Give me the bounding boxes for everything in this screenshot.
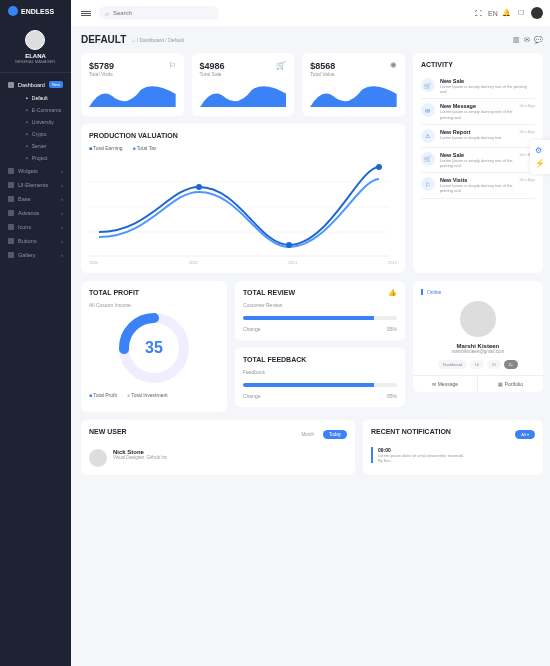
activity-item[interactable]: ⚐New VisitsLorem Ipsum is simply dummy t… (421, 173, 535, 198)
avatar[interactable] (25, 30, 45, 50)
activity-item[interactable]: 🛒New SaleLorem Ipsum is simply dummy tex… (421, 74, 535, 99)
brand-logo[interactable]: ENDLESS (0, 0, 71, 22)
logo-icon (8, 6, 18, 16)
notification-card: RECENT NOTIFICATIONAll ▾ 09:00Lorem ipsu… (363, 420, 543, 475)
activity-icon: ⚠ (421, 129, 435, 143)
chevron-right-icon: › (61, 168, 63, 174)
lang-select[interactable]: EN (489, 9, 497, 17)
nav-buttons[interactable]: Buttons› (0, 234, 71, 248)
ui-icon (8, 182, 14, 188)
chip-xi[interactable]: Xi (487, 360, 501, 369)
gallery-icon (8, 252, 14, 258)
page-title: DEFAULT (81, 34, 126, 45)
chip-ui[interactable]: Ui (470, 360, 484, 369)
nav-label: Dashboard (18, 82, 45, 88)
topbar: ⌕ ⛶ EN 🔔 ☐ (71, 0, 550, 26)
gear-icon[interactable]: ⚙ (533, 144, 547, 157)
svg-point-4 (196, 184, 202, 190)
profile-role: General Manager. (4, 59, 67, 64)
widgets-icon (8, 168, 14, 174)
tab-today[interactable]: Today (323, 430, 347, 439)
activity-icon: ✉ (421, 103, 435, 117)
nav-ui[interactable]: UI-Elements› (0, 178, 71, 192)
activity-icon: 🛒 (421, 152, 435, 166)
brand-text: ENDLESS (21, 8, 54, 15)
bookmark-icon[interactable]: ☐ (517, 9, 525, 17)
search-input[interactable] (113, 10, 213, 16)
activity-card: ACTIVITY 🛒New SaleLorem Ipsum is simply … (413, 53, 543, 273)
activity-item[interactable]: 🛒New SaleLorem Ipsum is simply dummy tex… (421, 148, 535, 173)
badge-new: New (49, 81, 63, 88)
stat-value: $8568Total Value✺ (302, 53, 405, 116)
buttons-icon (8, 238, 14, 244)
nav-dashboard[interactable]: DashboardNew (0, 77, 71, 92)
search-icon: ⌕ (105, 10, 109, 17)
stat-sale: $4986Total Sale🛒 (192, 53, 295, 116)
chevron-right-icon: › (61, 224, 63, 230)
profit-value: 35 (145, 339, 163, 357)
user-avatar[interactable] (531, 7, 543, 19)
profile-block: ELANA General Manager. (0, 22, 71, 73)
mail-icon[interactable]: ✉ (524, 36, 530, 44)
chevron-right-icon: › (61, 196, 63, 202)
review-card: TOTAL REVIEWCustomer Review👍 Change95% (235, 281, 405, 340)
subnav-university[interactable]: • University (18, 116, 71, 128)
sun-icon: ✺ (390, 61, 397, 70)
chevron-right-icon: › (61, 182, 63, 188)
menu-toggle[interactable] (81, 11, 91, 16)
nav-gallery[interactable]: Gallery› (0, 248, 71, 262)
subnav-ecommerce[interactable]: • E-Commerce (18, 104, 71, 116)
chevron-right-icon: › (61, 238, 63, 244)
portfolio-button[interactable]: ▦ Portfolio (478, 376, 543, 392)
search-box[interactable]: ⌕ (99, 6, 219, 20)
production-chart (89, 157, 389, 257)
bell-icon[interactable]: 🔔 (503, 9, 511, 17)
plug-icon[interactable]: ⚡ (533, 157, 547, 170)
fullscreen-icon[interactable]: ⛶ (475, 9, 483, 17)
production-card: PRODUCTION VALUATION Total EarningTotal … (81, 124, 405, 273)
feedback-card: TOTAL FEEDBACKFeedback Change95% (235, 348, 405, 407)
subnav-crypto[interactable]: • Crypto (18, 128, 71, 140)
newuser-card: NEW USERMonthToday Nick StoneVisual Desi… (81, 420, 355, 475)
stat-visits: $5789Total Visits⚐ (81, 53, 184, 116)
status-online: Online (421, 289, 535, 295)
advance-icon (8, 210, 14, 216)
svg-point-6 (376, 164, 382, 170)
tag-icon: ⚐ (169, 61, 176, 70)
cart-icon: 🛒 (276, 61, 286, 70)
activity-icon: ⚐ (421, 177, 435, 191)
base-icon (8, 196, 14, 202)
breadcrumb: ⌂ / Dashboard / Default (132, 37, 184, 43)
bookmark-icon[interactable]: ▥ (513, 36, 520, 44)
notif-filter[interactable]: All ▾ (515, 430, 535, 439)
nav-base[interactable]: Base› (0, 192, 71, 206)
subnav-server[interactable]: • Server (18, 140, 71, 152)
svg-point-5 (286, 242, 292, 248)
tab-month[interactable]: Month (295, 430, 320, 439)
thumbs-up-icon: 👍 (388, 289, 397, 297)
dashboard-icon (8, 82, 14, 88)
chevron-right-icon: › (61, 210, 63, 216)
user-photo (460, 301, 496, 337)
activity-item[interactable]: ✉New MessageLorem Ipsum is simply dummy … (421, 99, 535, 124)
profit-card: TOTAL PROFIT All Custom Income 35 Total … (81, 281, 227, 412)
icons-icon (8, 224, 14, 230)
newuser-avatar (89, 449, 107, 467)
nav-advance[interactable]: Advance› (0, 206, 71, 220)
chat-icon[interactable]: 💬 (534, 36, 543, 44)
activity-icon: 🛒 (421, 78, 435, 92)
chip-more[interactable]: 2+ (504, 360, 519, 369)
message-button[interactable]: ✉ Message (413, 376, 479, 392)
nav-widgets[interactable]: Widgets› (0, 164, 71, 178)
chip-dashboard[interactable]: Dashboard (438, 360, 468, 369)
nav-icons[interactable]: Icons› (0, 220, 71, 234)
activity-item[interactable]: ⚠New ReportLorem Ipsum is simply dummy t… (421, 125, 535, 148)
settings-drawer[interactable]: ⚙⚡ (530, 140, 550, 174)
subnav-project[interactable]: • Project (18, 152, 71, 164)
subnav-default[interactable]: • Default (18, 92, 71, 104)
chevron-right-icon: › (61, 252, 63, 258)
user-card: Online Marshi Kisteen marshikisteen@gmai… (413, 281, 543, 392)
